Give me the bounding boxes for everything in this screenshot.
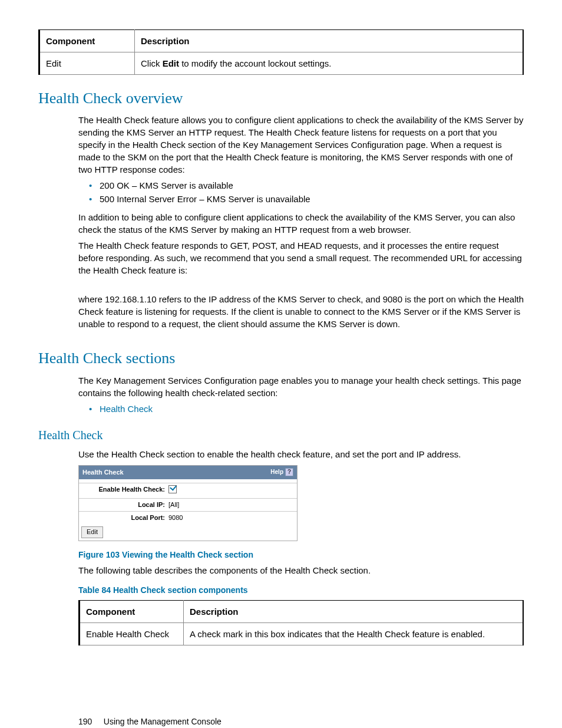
health-check-widget: Health Check Help ? Enable Health Check:…	[78, 465, 297, 541]
page-footer: 190 Using the Management Console	[78, 716, 524, 728]
table-cell-description: A check mark in this box indicates that …	[184, 622, 524, 645]
table-cell-description: Click Edit to modify the account lockout…	[135, 52, 524, 75]
widget-title: Health Check	[82, 468, 124, 477]
help-icon: ?	[285, 468, 293, 476]
widget-help[interactable]: Help ?	[270, 468, 293, 476]
widget-row-local-port: Local Port: 9080	[79, 512, 297, 524]
table-row: Edit Click Edit to modify the account lo…	[39, 52, 524, 75]
overview-para4: where 192.168.1.10 refers to the IP addr…	[78, 293, 524, 330]
heading-overview: Health Check overview	[38, 88, 524, 109]
table-caption: Table 84 Health Check section components	[78, 585, 524, 597]
widget-header: Health Check Help ?	[79, 466, 297, 479]
table-header-component: Component	[80, 600, 184, 622]
bullet-item: 500 Internal Server Error – KMS Server i…	[89, 193, 524, 205]
health-check-link[interactable]: Health Check	[100, 404, 153, 414]
table-row: Enable Health Check A check mark in this…	[80, 622, 524, 645]
overview-para1: The Health Check feature allows you to c…	[78, 114, 524, 176]
overview-para2: In addition to being able to configure c…	[78, 211, 524, 236]
table-header-row: Component Description	[80, 600, 524, 622]
checkbox-icon	[168, 485, 177, 493]
top-component-table: Component Description Edit Click Edit to…	[38, 29, 524, 75]
overview-para3: The Health Check feature responds to GET…	[78, 239, 524, 276]
widget-row-local-ip: Local IP: [All]	[79, 499, 297, 512]
figure-caption: Figure 103 Viewing the Health Check sect…	[78, 549, 524, 561]
heading-health-check: Health Check	[38, 427, 524, 443]
edit-button[interactable]: Edit	[81, 526, 103, 538]
bullet-item: 200 OK – KMS Server is available	[89, 179, 524, 192]
overview-bullets: 200 OK – KMS Server is available 500 Int…	[78, 179, 524, 205]
sections-bullets: Health Check	[78, 403, 524, 415]
sections-para: The Key Management Services Configuratio…	[78, 374, 524, 399]
page-number: 190	[78, 717, 92, 726]
table-cell-component: Enable Health Check	[80, 622, 184, 645]
health-check-para: Use the Health Check section to enable t…	[78, 448, 524, 460]
table-header-row: Component Description	[39, 30, 524, 52]
table-cell-component: Edit	[39, 52, 135, 75]
widget-row-enable: Enable Health Check:	[79, 483, 297, 498]
table-header-description: Description	[135, 30, 524, 52]
heading-sections: Health Check sections	[38, 348, 524, 369]
table-header-description: Description	[184, 600, 524, 622]
footer-text: Using the Management Console	[104, 717, 222, 726]
components-table: Component Description Enable Health Chec…	[78, 600, 524, 645]
table-header-component: Component	[39, 30, 135, 52]
table-intro: The following table describes the compon…	[78, 564, 524, 577]
